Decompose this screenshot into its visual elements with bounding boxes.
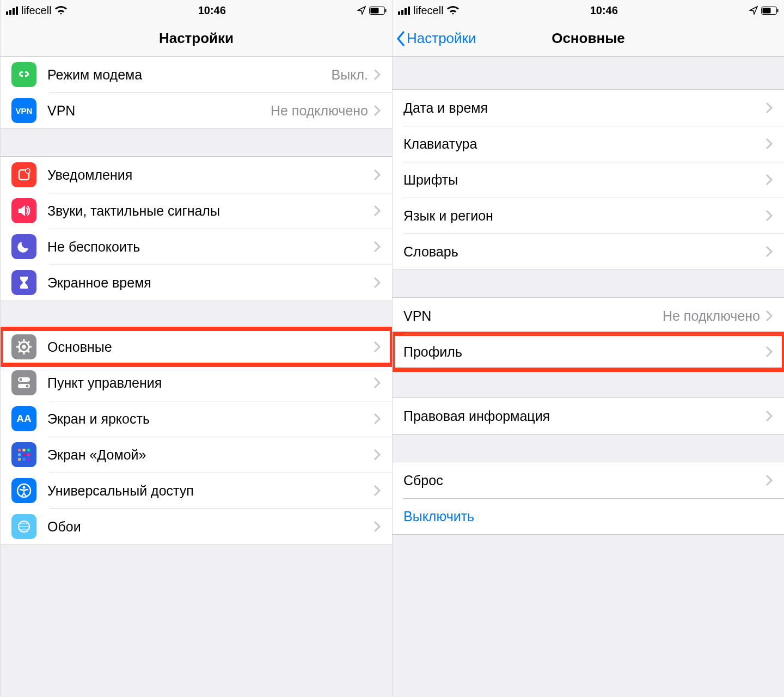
row-notifications[interactable]: Уведомления: [1, 157, 392, 193]
row-wallpaper[interactable]: Обои: [1, 509, 392, 545]
row-display-brightness[interactable]: AA Экран и яркость: [1, 401, 392, 437]
row-label: Словарь: [403, 244, 765, 260]
chevron-right-icon: [373, 485, 381, 497]
gear-icon: [11, 334, 36, 359]
row-general[interactable]: Основные: [1, 329, 392, 365]
svg-line-12: [19, 341, 21, 344]
chevron-right-icon: [765, 246, 773, 258]
back-button[interactable]: Настройки: [396, 21, 476, 56]
svg-rect-24: [23, 454, 26, 456]
row-profile[interactable]: Профиль: [393, 334, 784, 370]
chevron-right-icon: [765, 474, 773, 486]
chevron-right-icon: [765, 310, 773, 322]
hotspot-icon: [11, 62, 36, 87]
row-keyboard[interactable]: Клавиатура: [393, 126, 784, 162]
row-label: Пункт управления: [47, 375, 373, 391]
chevron-right-icon: [373, 377, 381, 389]
row-personal-hotspot[interactable]: Режим модема Выкл.: [1, 57, 392, 93]
row-fonts[interactable]: Шрифты: [393, 162, 784, 198]
chevron-right-icon: [373, 69, 381, 81]
row-accessibility[interactable]: Универсальный доступ: [1, 473, 392, 509]
row-label: Режим модема: [47, 67, 332, 83]
row-sounds[interactable]: Звуки, тактильные сигналы: [1, 193, 392, 229]
chevron-right-icon: [373, 413, 381, 425]
chevron-right-icon: [373, 241, 381, 253]
row-label: VPN: [403, 308, 663, 324]
nav-bar: Настройки: [1, 21, 392, 57]
row-value: Не подключено: [271, 103, 368, 119]
row-home-screen[interactable]: Экран «Домой»: [1, 437, 392, 473]
row-label: Основные: [47, 339, 373, 355]
svg-line-13: [28, 351, 30, 353]
row-label: Язык и регион: [403, 208, 765, 224]
svg-rect-34: [777, 9, 778, 12]
chevron-right-icon: [765, 346, 773, 358]
row-label: Не беспокоить: [47, 239, 373, 255]
screen-settings: lifecell 10:46 Настройки Режим модема: [0, 0, 392, 697]
svg-rect-26: [18, 458, 21, 461]
row-label: Звуки, тактильные сигналы: [47, 203, 373, 219]
chevron-right-icon: [765, 174, 773, 186]
svg-rect-27: [23, 458, 26, 461]
svg-rect-33: [762, 8, 770, 13]
row-label: Клавиатура: [403, 136, 765, 152]
row-label: Экранное время: [47, 275, 373, 291]
text-size-icon: AA: [11, 406, 36, 431]
row-label: VPN: [47, 103, 271, 119]
row-value: Не подключено: [663, 308, 760, 324]
screen-general: lifecell 10:46 Настройки Основные Дата и…: [392, 0, 784, 697]
row-vpn[interactable]: VPN VPN Не подключено: [1, 93, 392, 129]
chevron-right-icon: [373, 205, 381, 217]
vpn-icon: VPN: [11, 98, 36, 123]
battery-icon: [369, 7, 387, 15]
moon-icon: [11, 234, 36, 259]
row-date-time[interactable]: Дата и время: [393, 90, 784, 126]
svg-rect-2: [385, 9, 386, 12]
home-grid-icon: [11, 442, 36, 467]
toggles-icon: [11, 370, 36, 395]
nav-bar: Настройки Основные: [393, 21, 784, 57]
carrier-label: lifecell: [413, 4, 444, 17]
row-vpn[interactable]: VPN Не подключено: [393, 298, 784, 334]
row-reset[interactable]: Сброс: [393, 462, 784, 498]
row-label: Уведомления: [47, 167, 373, 183]
row-legal[interactable]: Правовая информация: [393, 398, 784, 434]
status-time: 10:46: [198, 4, 226, 17]
hourglass-icon: [11, 270, 36, 295]
svg-rect-20: [18, 449, 21, 451]
svg-point-30: [23, 486, 26, 489]
sounds-icon: [11, 198, 36, 223]
svg-point-19: [26, 385, 29, 388]
row-screen-time[interactable]: Экранное время: [1, 265, 392, 301]
back-label: Настройки: [407, 30, 476, 47]
signal-icon: [6, 7, 18, 15]
row-label: Выключить: [403, 509, 773, 524]
row-label: Обои: [47, 519, 373, 535]
chevron-right-icon: [373, 341, 381, 353]
carrier-label: lifecell: [21, 4, 52, 17]
settings-list[interactable]: Режим модема Выкл. VPN VPN Не подключено…: [1, 57, 392, 697]
svg-line-14: [19, 351, 21, 353]
svg-point-7: [22, 345, 26, 349]
row-shutdown[interactable]: Выключить: [393, 498, 784, 534]
status-time: 10:46: [590, 4, 618, 17]
status-bar: lifecell 10:46: [393, 0, 784, 21]
row-label: Дата и время: [403, 100, 765, 116]
location-icon: [749, 6, 758, 15]
chevron-right-icon: [765, 138, 773, 150]
row-control-center[interactable]: Пункт управления: [1, 365, 392, 401]
chevron-right-icon: [373, 169, 381, 181]
row-do-not-disturb[interactable]: Не беспокоить: [1, 229, 392, 265]
general-list[interactable]: Дата и время Клавиатура Шрифты Язык и ре…: [393, 57, 784, 697]
row-label: Экран и яркость: [47, 411, 373, 427]
chevron-right-icon: [373, 449, 381, 461]
svg-rect-21: [23, 449, 26, 451]
row-label: Правовая информация: [403, 408, 765, 424]
status-bar: lifecell 10:46: [1, 0, 392, 21]
wifi-icon: [55, 6, 67, 15]
row-label: Шрифты: [403, 172, 765, 188]
svg-rect-25: [27, 454, 30, 456]
chevron-right-icon: [765, 410, 773, 422]
row-dictionary[interactable]: Словарь: [393, 234, 784, 270]
row-language-region[interactable]: Язык и регион: [393, 198, 784, 234]
